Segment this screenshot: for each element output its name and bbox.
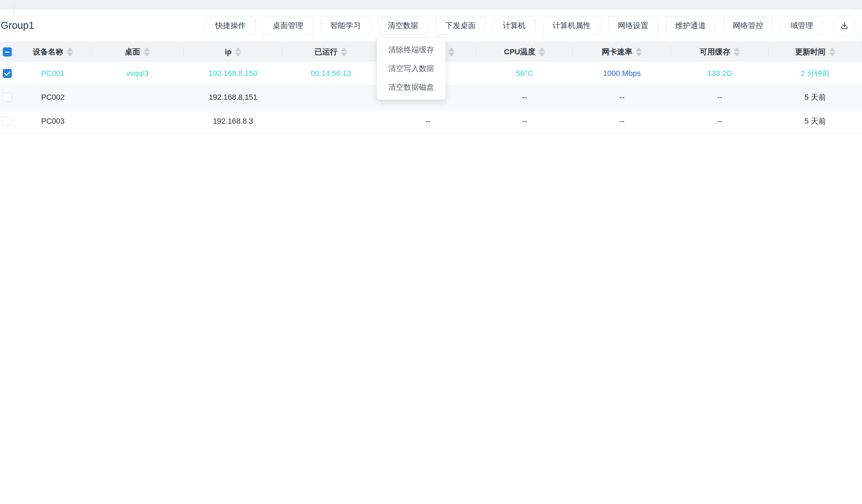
cell-ip: 192.168.8.3 xyxy=(184,109,282,133)
menu-item-clear-written-data[interactable]: 清空写入数据 xyxy=(377,59,446,78)
row-checkbox[interactable] xyxy=(0,86,15,109)
cell-update-time: 5 天前 xyxy=(768,109,862,133)
sort-icon xyxy=(67,47,73,56)
network-settings-button[interactable]: 网络设置 xyxy=(608,16,658,35)
indeterminate-checkbox-icon xyxy=(3,47,12,56)
sort-icon xyxy=(539,47,545,56)
cell-uptime xyxy=(282,109,379,133)
cell-available-cache: 133.2G xyxy=(671,62,768,85)
cell-desktop xyxy=(91,86,184,109)
column-device-name[interactable]: 设备名称 xyxy=(15,42,91,62)
column-update-time[interactable]: 更新时间 xyxy=(768,42,862,62)
cell-device-name: PC003 xyxy=(15,109,91,133)
sort-icon xyxy=(144,47,150,56)
unchecked-checkbox-icon xyxy=(3,117,12,126)
cell-nic-speed: -- xyxy=(573,86,671,109)
cell-available-cache: -- xyxy=(671,109,768,133)
clear-data-button[interactable]: 清空数据 xyxy=(378,16,428,35)
column-nic-speed[interactable]: 网卡速率 xyxy=(573,42,671,62)
cell-update-time: 5 天前 xyxy=(768,86,862,109)
column-divider xyxy=(14,5,15,16)
cell-device-name: PC001 xyxy=(15,62,91,85)
cell-uptime xyxy=(282,86,379,109)
sort-icon xyxy=(734,47,740,56)
column-ip[interactable]: ip xyxy=(184,42,282,62)
smart-learning-button[interactable]: 智能学习 xyxy=(320,16,370,35)
download-icon xyxy=(839,20,850,31)
export-button[interactable] xyxy=(833,15,855,37)
cell-desktop xyxy=(91,109,184,133)
toolbar: Group1 快捷操作 桌面管理 智能学习 清空数据 下发桌面 计算机 计算机属… xyxy=(0,9,862,42)
sort-icon xyxy=(448,47,455,56)
push-desktop-button[interactable]: 下发桌面 xyxy=(436,16,485,35)
sort-icon xyxy=(829,47,835,56)
checked-checkbox-icon xyxy=(3,69,12,78)
clear-data-dropdown-menu: 清除终端缓存 清空写入数据 清空数据磁盘 xyxy=(377,37,446,100)
desktop-manage-button[interactable]: 桌面管理 xyxy=(263,16,313,35)
sort-icon xyxy=(341,47,347,56)
cell-uptime: 00:14:56:13 xyxy=(282,62,379,85)
sort-icon xyxy=(235,47,241,56)
maintain-channel-button[interactable]: 维护通道 xyxy=(666,16,715,35)
cell-device-name: PC002 xyxy=(15,86,91,109)
column-uptime[interactable]: 已运行 xyxy=(282,42,379,62)
device-management-screen: Group1 快捷操作 桌面管理 智能学习 清空数据 下发桌面 计算机 计算机属… xyxy=(0,0,862,504)
unchecked-checkbox-icon xyxy=(3,93,12,102)
cell-obscured: -- xyxy=(379,109,476,133)
cell-cpu-temp: -- xyxy=(476,86,573,109)
column-desktop[interactable]: 桌面 xyxy=(91,42,184,62)
menu-item-clear-terminal-cache[interactable]: 清除终端缓存 xyxy=(377,41,446,59)
quick-actions-button[interactable]: 快捷操作 xyxy=(205,16,255,35)
cell-update-time: 2 分钟前 xyxy=(768,62,862,85)
computer-props-button[interactable]: 计算机属性 xyxy=(543,16,600,35)
menu-item-clear-data-disk[interactable]: 清空数据磁盘 xyxy=(377,78,446,97)
computer-button[interactable]: 计算机 xyxy=(493,16,535,35)
row-checkbox[interactable] xyxy=(0,62,15,85)
sort-icon xyxy=(636,47,642,56)
cell-ip: 192.168.8.151 xyxy=(184,86,282,109)
column-cpu-temp[interactable]: CPU温度 xyxy=(476,42,573,62)
toolbar-buttons: 快捷操作 桌面管理 智能学习 清空数据 下发桌面 计算机 计算机属性 网络设置 … xyxy=(205,15,855,37)
cell-cpu-temp: 56°C xyxy=(476,62,573,85)
top-window-strip xyxy=(0,0,862,9)
row-checkbox[interactable] xyxy=(0,109,15,133)
cell-nic-speed: 1000 Mbps xyxy=(573,62,671,85)
cell-cpu-temp: -- xyxy=(476,109,573,133)
network-control-button[interactable]: 网络管控 xyxy=(723,16,773,35)
table-row: PC003 192.168.8.3 -- -- -- -- 5 天前 xyxy=(0,109,862,133)
cell-nic-speed: -- xyxy=(573,109,671,133)
cell-available-cache: -- xyxy=(671,86,768,109)
domain-manage-button[interactable]: 域管理 xyxy=(781,16,823,35)
column-available-cache[interactable]: 可用缓存 xyxy=(671,42,768,62)
cell-ip: 192.168.8.150 xyxy=(184,62,282,85)
group-title: Group1 xyxy=(1,20,34,30)
select-all-checkbox[interactable] xyxy=(0,42,15,62)
cell-desktop: vvqq/3 xyxy=(91,62,184,85)
